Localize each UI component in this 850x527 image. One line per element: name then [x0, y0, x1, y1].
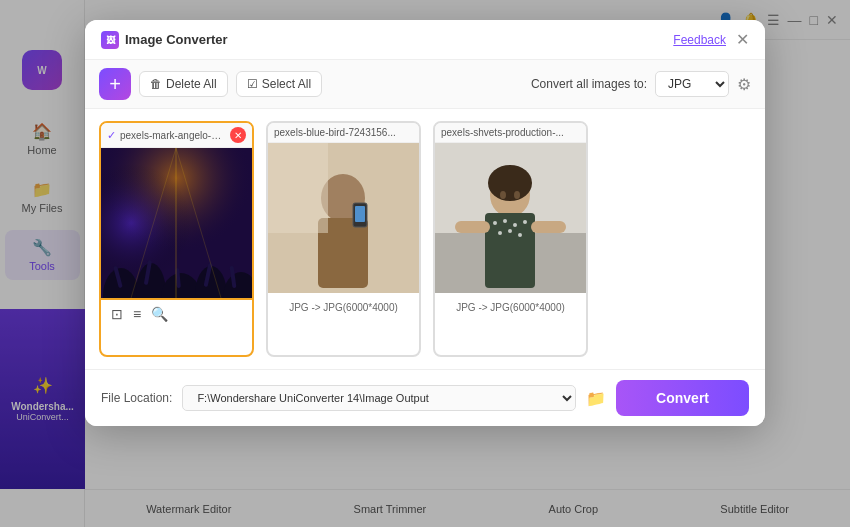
img-thumb-1: [101, 148, 252, 298]
image-converter-modal: 🖼 Image Converter Feedback ✕ + 🗑 Delete …: [85, 20, 765, 426]
delete-all-label: Delete All: [166, 77, 217, 91]
img-card-3-header: pexels-shvets-production-...: [435, 123, 586, 143]
svg-rect-21: [355, 206, 365, 222]
select-all-button[interactable]: ☑ Select All: [236, 71, 322, 97]
woman-svg: [435, 143, 586, 293]
img-card-1-actions: ⊡ ≡ 🔍: [101, 298, 252, 328]
svg-rect-22: [268, 143, 328, 233]
add-icon: +: [109, 74, 121, 94]
img-filename-3: pexels-shvets-production-...: [441, 127, 580, 138]
svg-point-37: [518, 233, 522, 237]
svg-point-34: [523, 220, 527, 224]
img-thumb-2: [268, 143, 419, 293]
svg-point-28: [500, 191, 506, 199]
adjust-icon[interactable]: ≡: [133, 306, 141, 322]
format-select[interactable]: JPG PNG BMP WEBP TIFF: [655, 71, 729, 97]
feedback-button[interactable]: Feedback: [673, 33, 726, 47]
modal-title-icon: 🖼: [101, 31, 119, 49]
check-icon-1: ✓: [107, 129, 116, 142]
convert-button[interactable]: Convert: [616, 380, 749, 416]
img-label-3: JPG -> JPG(6000*4000): [456, 302, 565, 313]
img-label-2: JPG -> JPG(6000*4000): [289, 302, 398, 313]
img-remove-1[interactable]: ✕: [230, 127, 246, 143]
img-filename-2: pexels-blue-bird-7243156...: [274, 127, 413, 138]
settings-icon[interactable]: ⚙: [737, 75, 751, 94]
modal-title: 🖼 Image Converter: [101, 31, 228, 49]
svg-rect-39: [531, 221, 566, 233]
img-card-2-label: JPG -> JPG(6000*4000): [268, 293, 419, 319]
modal-close-button[interactable]: ✕: [736, 30, 749, 49]
convert-all-label: Convert all images to:: [531, 77, 647, 91]
convert-all-section: Convert all images to: JPG PNG BMP WEBP …: [531, 71, 751, 97]
select-icon: ☑: [247, 77, 258, 91]
modal-titlebar: 🖼 Image Converter Feedback ✕: [85, 20, 765, 60]
file-location-label: File Location:: [101, 391, 172, 405]
delete-icon: 🗑: [150, 77, 162, 91]
img-card-1-header: ✓ pexels-mark-angelo-sam... ✕: [101, 123, 252, 148]
svg-point-31: [493, 221, 497, 225]
zoom-icon[interactable]: 🔍: [151, 306, 168, 322]
img-card-3-label: JPG -> JPG(6000*4000): [435, 293, 586, 319]
svg-point-32: [503, 219, 507, 223]
crop-icon[interactable]: ⊡: [111, 306, 123, 322]
svg-rect-38: [455, 221, 490, 233]
file-location-select[interactable]: F:\Wondershare UniConverter 14\Image Out…: [182, 385, 576, 411]
svg-point-29: [514, 191, 520, 199]
concert-svg: [101, 148, 252, 298]
modal-footer: File Location: F:\Wondershare UniConvert…: [85, 369, 765, 426]
image-card-3[interactable]: pexels-shvets-production-...: [433, 121, 588, 357]
modal-toolbar: + 🗑 Delete All ☑ Select All Convert all …: [85, 60, 765, 109]
img-thumb-3: [435, 143, 586, 293]
modal-overlay: 🖼 Image Converter Feedback ✕ + 🗑 Delete …: [0, 0, 850, 527]
image-card-1[interactable]: ✓ pexels-mark-angelo-sam... ✕: [99, 121, 254, 357]
svg-point-33: [513, 223, 517, 227]
svg-point-36: [508, 229, 512, 233]
delete-all-button[interactable]: 🗑 Delete All: [139, 71, 228, 97]
svg-point-27: [488, 165, 532, 201]
select-all-label: Select All: [262, 77, 311, 91]
add-images-button[interactable]: +: [99, 68, 131, 100]
img-card-2-header: pexels-blue-bird-7243156...: [268, 123, 419, 143]
img-filename-1: pexels-mark-angelo-sam...: [120, 130, 226, 141]
images-container: ✓ pexels-mark-angelo-sam... ✕: [85, 109, 765, 369]
svg-rect-30: [485, 213, 535, 288]
image-card-2[interactable]: pexels-blue-bird-7243156...: [266, 121, 421, 357]
modal-title-text: Image Converter: [125, 32, 228, 47]
modal-controls: Feedback ✕: [673, 30, 749, 49]
folder-browse-icon[interactable]: 📁: [586, 389, 606, 408]
person-svg: [268, 143, 419, 293]
svg-point-35: [498, 231, 502, 235]
